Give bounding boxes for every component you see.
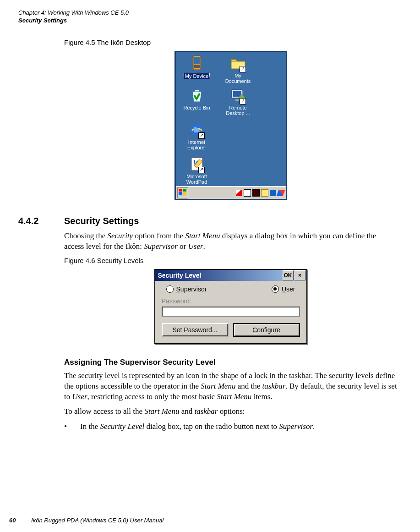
input-pen-tray-icon[interactable] — [276, 190, 285, 196]
desktop-icon-my-documents[interactable]: ↗ My Documents — [220, 55, 256, 84]
pda-icon — [189, 55, 205, 71]
svg-rect-5 — [235, 99, 239, 101]
bullet-item: • In the Security Level dialog box, tap … — [64, 422, 397, 432]
ok-button[interactable]: OK — [283, 270, 294, 280]
bluetooth-tray-icon[interactable] — [270, 190, 276, 196]
user-radio-label: User — [282, 285, 295, 293]
running-head-line2: Security Settings — [18, 17, 402, 25]
password-input[interactable] — [162, 307, 300, 317]
radio-off-icon — [166, 285, 174, 293]
footer-title: Ikôn Rugged PDA (Windows CE 5.0) User Ma… — [31, 517, 164, 524]
running-head-line1: Chapter 4: Working With Windows CE 5.0 — [18, 9, 402, 17]
remote-desktop-icon: ↗ — [230, 87, 246, 104]
lock-tray-icon[interactable] — [261, 189, 268, 197]
bullet-marker: • — [64, 422, 80, 432]
desktop-icon-my-device[interactable]: My Device — [179, 55, 215, 79]
connection-tray-icon[interactable] — [244, 189, 251, 197]
subsection-paragraph-1: The security level is represented by an … — [64, 371, 397, 402]
svg-rect-2 — [194, 65, 200, 68]
shortcut-badge-icon: ↗ — [240, 66, 246, 72]
page-footer: 60 Ikôn Rugged PDA (Windows CE 5.0) User… — [9, 517, 164, 524]
wordpad-icon: W ↗ — [189, 156, 205, 172]
section-title: Security Settings — [64, 216, 139, 226]
desktop-label-my-device: My Device — [184, 73, 210, 79]
shortcut-badge-icon: ↗ — [198, 132, 205, 139]
supervisor-radio[interactable]: Supervisor — [166, 285, 207, 293]
svg-rect-1 — [194, 57, 200, 64]
running-head: Chapter 4: Working With Windows CE 5.0 S… — [18, 9, 402, 25]
close-button[interactable]: × — [295, 270, 305, 280]
recycle-bin-icon — [189, 87, 205, 104]
password-label: Password: — [162, 297, 300, 305]
desktop-icon-recycle-bin[interactable]: Recycle Bin — [179, 87, 215, 110]
figure-4-5-caption: Figure 4.5 The Ikôn Desktop — [64, 38, 397, 46]
configure-button[interactable]: Configure — [233, 323, 300, 337]
section-number: 4.4.2 — [18, 216, 64, 226]
system-tray — [236, 189, 284, 197]
desktop-icon-wordpad[interactable]: W ↗ Microsoft WordPad — [179, 156, 215, 185]
shortcut-badge-icon: ↗ — [240, 98, 246, 104]
start-button[interactable] — [177, 187, 188, 198]
page-number: 60 — [9, 517, 16, 524]
desktop-icon-internet-explorer[interactable]: ↗ Internet Explorer — [179, 121, 215, 150]
user-radio[interactable]: User — [272, 285, 295, 293]
security-level-dialog: Security Level OK × Supervisor User — [154, 269, 307, 344]
section-intro-paragraph: Choosing the Security option from the St… — [64, 231, 397, 252]
ie-icon: ↗ — [189, 121, 205, 138]
subsection-paragraph-2: To allow access to all the Start Menu an… — [64, 406, 397, 417]
shortcut-badge-icon: ↗ — [198, 167, 205, 173]
subsection-title: Assigning The Supervisor Security Level — [64, 358, 397, 367]
ikon-desktop-screenshot: My Device ↗ My Documents — [175, 51, 287, 200]
dialog-title: Security Level — [158, 272, 202, 279]
folder-icon: ↗ — [230, 55, 246, 71]
supervisor-radio-label: Supervisor — [176, 285, 207, 293]
radio-on-icon — [272, 285, 279, 293]
taskbar[interactable] — [176, 186, 286, 199]
set-password-button[interactable]: Set Password... — [162, 323, 229, 337]
network-tray-icon[interactable] — [236, 190, 242, 196]
dialog-titlebar: Security Level OK × — [155, 270, 306, 281]
card-tray-icon[interactable] — [252, 189, 260, 197]
figure-4-6-caption: Figure 4.6 Security Levels — [64, 257, 397, 264]
desktop-icon-remote-desktop[interactable]: ↗ Remote Desktop ... — [220, 87, 256, 116]
